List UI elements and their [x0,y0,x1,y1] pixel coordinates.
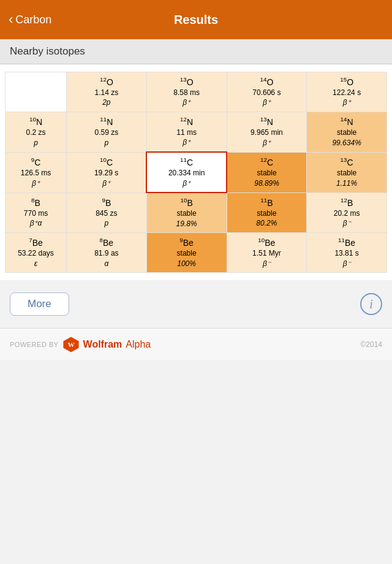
isotope-halflife: 20.334 min [168,169,205,178]
back-chevron-icon: ‹ [9,13,13,26]
isotope-halflife: 11 ms [176,128,197,138]
page-title: Results [174,13,218,27]
table-row: 8B 770 ms β⁺α 9B 845 zs p 10B stable 19.… [6,192,387,233]
list-item[interactable]: 15O 122.24 s β⁺ [307,72,387,112]
list-item[interactable]: 11B stable 80.2% [227,192,307,233]
isotope-symbol: 7Be [29,237,43,248]
isotope-decay: β⁻ [343,259,351,269]
isotope-halflife: 845 zs [96,209,117,219]
isotope-symbol: 11B [260,197,273,208]
back-button[interactable]: ‹ Carbon [9,13,51,26]
isotope-symbol: 13N [260,116,273,128]
isotope-decay: 1.11% [336,179,357,189]
isotope-symbol: 14O [260,76,273,88]
list-item[interactable]: 8Be 81.9 as α [67,233,147,273]
list-item[interactable]: 10B stable 19.8% [146,192,227,233]
isotope-decay: β⁺ [102,179,110,189]
isotope-decay: 99.634% [332,139,361,148]
info-button[interactable]: i [360,293,382,315]
list-item[interactable]: 7Be 53.22 days ε [6,233,67,273]
list-item[interactable]: 9B 845 zs p [67,192,147,233]
wolfram-branding: POWERED BY W WolframAlpha [10,336,151,353]
list-item[interactable]: 9Be stable 100% [146,233,227,273]
section-header: Nearby isotopes [0,39,392,64]
list-item[interactable]: 9C 126.5 ms β⁺ [6,152,67,192]
isotope-halflife: 9.965 min [251,128,283,138]
isotope-symbol: 11N [100,116,113,128]
isotope-halflife: 770 ms [24,209,48,219]
list-item[interactable]: 12C stable 98.89% [227,152,307,192]
isotope-decay: β⁺α [30,219,42,229]
alpha-label: Alpha [126,339,151,350]
isotope-symbol: 15O [340,76,353,88]
list-item[interactable]: 10N 0.2 zs p [6,112,67,153]
isotope-symbol: 12O [100,76,113,88]
isotope-decay: β⁺ [343,98,351,108]
svg-text:W: W [67,341,75,348]
isotope-halflife: 126.5 ms [21,169,51,178]
table-row: 9C 126.5 ms β⁺ 10C 19.29 s β⁺ 11C 20.334… [6,152,387,192]
isotope-decay: ε [34,259,37,269]
list-item[interactable]: 12B 20.2 ms β⁻ [307,192,387,233]
isotope-halflife: 122.24 s [333,88,361,98]
list-item[interactable]: 10Be 1.51 Myr β⁻ [227,233,307,273]
list-item[interactable]: 13O 8.58 ms β⁺ [146,72,227,112]
header: ‹ Carbon Results [0,0,392,39]
isotope-decay: 100% [177,259,196,269]
isotope-halflife: 0.59 zs [95,128,119,138]
isotope-decay: β⁺ [183,138,190,148]
isotope-table: 12O 1.14 zs 2p 13O 8.58 ms β⁺ 14O 70.606… [5,72,387,273]
table-row: 10N 0.2 zs p 11N 0.59 zs p 12N 11 ms β⁺ [6,112,387,153]
isotope-symbol: 13C [341,156,353,168]
isotope-decay: β⁺ [32,179,40,189]
isotope-symbol: 11C [180,156,193,168]
isotope-decay: 19.8% [176,219,197,229]
isotope-halflife: 20.2 ms [334,209,360,219]
isotope-symbol: 9C [31,156,41,168]
more-button[interactable]: More [10,292,69,316]
isotope-decay: α [104,259,108,269]
isotope-halflife: stable [177,249,197,259]
isotope-decay: 98.89% [254,179,279,189]
isotope-symbol: 12C [260,156,273,168]
list-item[interactable]: 11N 0.59 zs p [67,112,147,153]
list-item[interactable]: 10C 19.29 s β⁺ [67,152,147,192]
isotope-halflife: stable [337,128,356,138]
isotope-halflife: stable [337,169,356,178]
isotope-halflife: 0.2 zs [26,128,45,138]
wolfram-name-label: Wolfram [83,339,123,350]
section-title: Nearby isotopes [10,45,85,57]
list-item[interactable]: 13N 9.965 min β⁺ [227,112,307,153]
isotope-halflife: 8.58 ms [173,88,200,98]
list-item[interactable]: 12N 11 ms β⁺ [146,112,227,153]
isotope-grid: 12O 1.14 zs 2p 13O 8.58 ms β⁺ 14O 70.606… [0,64,392,280]
back-label: Carbon [15,13,51,26]
isotope-symbol: 9Be [179,237,194,248]
list-item[interactable]: 12O 1.14 zs 2p [67,72,147,112]
isotope-symbol: 8B [31,197,40,208]
bottom-bar: POWERED BY W WolframAlpha ©2014 [0,328,392,360]
isotope-decay: β⁺ [263,139,271,148]
list-item[interactable]: 14N stable 99.634% [307,112,387,153]
isotope-halflife: stable [177,209,197,219]
isotope-decay: β⁻ [263,259,271,269]
isotope-decay: β⁺ [263,98,271,108]
isotope-symbol: 13O [180,76,194,88]
row-label-empty [6,72,67,112]
footer-area: More i [0,280,392,328]
isotope-decay: β⁺ [183,98,190,108]
selected-isotope[interactable]: 11C 20.334 min β⁺ [146,152,227,192]
info-icon: i [369,297,373,311]
isotope-halflife: 70.606 s [252,88,281,98]
list-item[interactable]: 14O 70.606 s β⁺ [227,72,307,112]
isotope-halflife: 19.29 s [94,169,118,178]
isotope-symbol: 12B [341,197,353,208]
isotope-halflife: 1.14 zs [95,88,119,98]
isotope-symbol: 14N [341,116,353,128]
isotope-halflife: 1.51 Myr [252,249,281,259]
list-item[interactable]: 8B 770 ms β⁺α [6,192,67,233]
isotope-decay: 80.2% [256,219,277,229]
list-item[interactable]: 11Be 13.81 s β⁻ [307,233,387,273]
isotope-symbol: 12N [180,116,193,128]
list-item[interactable]: 13C stable 1.11% [307,152,387,192]
